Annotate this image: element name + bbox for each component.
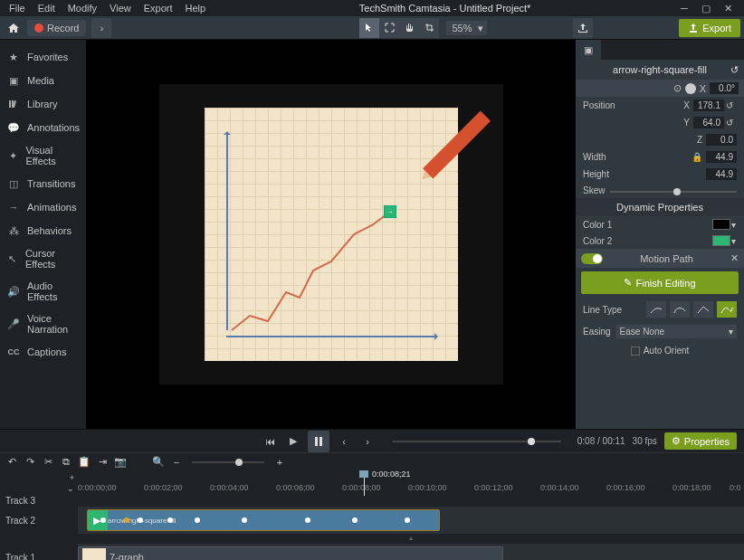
- color2-swatch[interactable]: [712, 235, 730, 246]
- chevron-down-icon[interactable]: ▾: [731, 236, 737, 246]
- menu-view[interactable]: View: [104, 1, 137, 15]
- axis-z-label: Z: [692, 135, 702, 145]
- track1-label[interactable]: Track 1: [0, 553, 78, 561]
- export-icon: [688, 23, 699, 33]
- maximize-icon[interactable]: ▢: [701, 3, 711, 14]
- home-button[interactable]: [4, 18, 24, 38]
- rotation-value[interactable]: 0.0°: [710, 82, 739, 94]
- linetype-straight[interactable]: [693, 301, 713, 318]
- step-fwd-button[interactable]: ›: [358, 432, 377, 451]
- reset-icon[interactable]: ↺: [730, 64, 739, 76]
- props-tab-visual[interactable]: ▣: [576, 40, 601, 60]
- hand-tool[interactable]: [399, 18, 419, 38]
- skew-slider[interactable]: [610, 191, 737, 193]
- finish-editing-button[interactable]: ✎ Finish Editing: [581, 271, 739, 294]
- selected-annotation[interactable]: →: [384, 205, 396, 218]
- pause-button[interactable]: [308, 431, 329, 452]
- menu-help[interactable]: Help: [180, 1, 212, 15]
- cut-button[interactable]: ✂: [42, 456, 54, 469]
- sidebar-item-library[interactable]: Library: [0, 92, 86, 116]
- paste-button[interactable]: 📋: [78, 456, 91, 469]
- play-button[interactable]: ▶: [284, 432, 302, 451]
- menu-edit[interactable]: Edit: [33, 1, 61, 15]
- sidebar-item-media[interactable]: ▣Media: [0, 69, 86, 92]
- finish-icon: ✎: [624, 277, 632, 289]
- close-icon[interactable]: ✕: [730, 252, 739, 264]
- sidebar-item-annotations[interactable]: 💬Annotations: [0, 116, 86, 139]
- canvas-area[interactable]: →: [86, 40, 576, 429]
- menu-export[interactable]: Export: [138, 1, 178, 15]
- width-input[interactable]: 44.9: [706, 151, 737, 163]
- properties-button[interactable]: ⚙Properties: [664, 432, 737, 450]
- select-tool[interactable]: [359, 18, 379, 38]
- canvas-zoom-select[interactable]: 55%▾: [446, 21, 486, 35]
- chevron-down-icon[interactable]: ▾: [731, 220, 737, 230]
- close-icon[interactable]: ✕: [722, 3, 733, 14]
- zoom-in-button[interactable]: +: [273, 456, 286, 469]
- linetype-curve1[interactable]: [646, 301, 666, 318]
- height-input[interactable]: 44.9: [706, 168, 737, 180]
- timeline-ruler[interactable]: 0:00:00;00 0:00:02;00 0:00:04;00 0:00:06…: [78, 470, 744, 496]
- sidebar-item-cursoreffects[interactable]: ↖Cursor Effects: [0, 242, 86, 275]
- menu-file[interactable]: File: [4, 1, 31, 15]
- track2-content[interactable]: ▶ arrow-right-square-fill: [78, 507, 744, 534]
- rotate-ball[interactable]: [685, 83, 696, 94]
- color1-swatch[interactable]: [712, 219, 730, 230]
- sidebar-item-transitions[interactable]: ◫Transitions: [0, 172, 86, 195]
- chevron-right-icon[interactable]: ›: [91, 18, 111, 38]
- finish-label: Finish Editing: [635, 278, 695, 289]
- reset-icon[interactable]: ↺: [726, 118, 737, 128]
- collapse-tracks-button[interactable]: ⌄: [67, 484, 74, 493]
- sidebar-label: Visual Effects: [25, 145, 79, 166]
- screenshot-button[interactable]: 📷: [114, 456, 127, 469]
- easing-select[interactable]: Ease None▾: [616, 325, 737, 338]
- linetype-curve2[interactable]: [670, 301, 690, 318]
- playback-scrubber[interactable]: [393, 441, 561, 442]
- sidebar-item-voicenarration[interactable]: 🎤Voice Narration: [0, 308, 86, 340]
- pos-x-input[interactable]: 178.1: [693, 100, 724, 111]
- sidebar-item-behaviors[interactable]: ⁂Behaviors: [0, 219, 86, 242]
- pos-y-input[interactable]: 64.0: [693, 117, 724, 128]
- track1-content[interactable]: 7-graph: [78, 544, 744, 560]
- sidebar-item-audioeffects[interactable]: 🔊Audio Effects: [0, 275, 86, 308]
- sidebar-item-captions[interactable]: CCCaptions: [0, 340, 86, 364]
- playhead[interactable]: 0:00:08;21: [364, 470, 365, 496]
- sidebar-item-visualeffects[interactable]: ✦Visual Effects: [0, 139, 86, 172]
- track2-label[interactable]: Track 2: [0, 516, 78, 526]
- motion-clip[interactable]: ▶ arrow-right-square-fill: [87, 509, 440, 531]
- step-back-button[interactable]: ‹: [335, 432, 353, 451]
- pos-z-input[interactable]: 0.0: [706, 134, 737, 146]
- anchor-icon[interactable]: ⊙: [673, 82, 682, 94]
- track-resize-handle[interactable]: ▴: [0, 534, 744, 542]
- prev-frame-button[interactable]: ⏮: [261, 432, 279, 451]
- crop-tool[interactable]: [419, 18, 439, 38]
- sidebar-item-animations[interactable]: →Animations: [0, 195, 86, 219]
- linetype-bezier[interactable]: [717, 301, 737, 318]
- clip-thumbnail: [82, 548, 106, 560]
- split-button[interactable]: ⇥: [96, 456, 109, 469]
- video-canvas[interactable]: →: [159, 84, 503, 384]
- motion-toggle[interactable]: [581, 253, 603, 264]
- track3-label[interactable]: Track 3: [0, 496, 78, 505]
- timeline-zoom-slider[interactable]: [192, 461, 264, 463]
- menu-modify[interactable]: Modify: [62, 1, 102, 15]
- auto-orient-checkbox[interactable]: [631, 346, 640, 356]
- properties-panel: ▣ arrow-right-square-fill↺ ⊙ X 0.0° Posi…: [576, 40, 744, 429]
- add-track-button[interactable]: +: [70, 473, 74, 482]
- ruler-tick: 0:00:14;00: [540, 483, 579, 492]
- reset-icon[interactable]: ↺: [726, 100, 737, 110]
- undo-button[interactable]: ↶: [5, 456, 18, 469]
- svg-rect-0: [315, 437, 318, 446]
- sidebar-item-favorites[interactable]: ★Favorites: [0, 45, 86, 69]
- copy-button[interactable]: ⧉: [60, 456, 72, 469]
- export-button[interactable]: Export: [679, 19, 740, 37]
- record-button[interactable]: Record: [27, 20, 86, 36]
- share-button[interactable]: [573, 18, 593, 38]
- redo-button[interactable]: ↷: [24, 456, 36, 469]
- zoom-out-button[interactable]: −: [170, 456, 183, 469]
- lock-icon[interactable]: 🔒: [692, 152, 702, 162]
- media-clip[interactable]: 7-graph: [78, 546, 503, 560]
- graph-media[interactable]: →: [205, 108, 458, 361]
- resize-tool[interactable]: [379, 18, 399, 38]
- minimize-icon[interactable]: ─: [679, 3, 690, 14]
